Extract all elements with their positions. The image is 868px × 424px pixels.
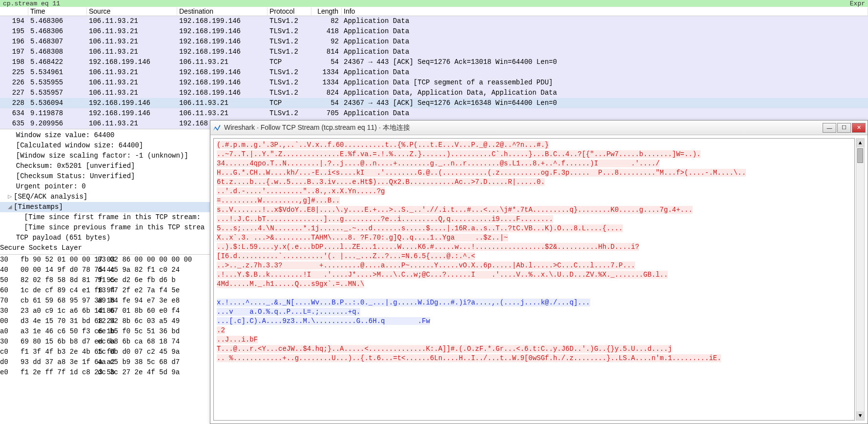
- cell-info: Application Data: [342, 26, 868, 37]
- cell-len: 814: [311, 47, 342, 57]
- cell-dst: 106.11.93.21: [177, 57, 268, 67]
- cell-len: 1334: [311, 78, 342, 88]
- packet-row[interactable]: 1955.468306106.11.93.21192.168.199.146TL…: [0, 26, 868, 37]
- col-header-length[interactable]: Length: [311, 7, 342, 15]
- cell-no: 225: [0, 67, 28, 78]
- expand-icon[interactable]: ▷: [8, 192, 14, 202]
- cell-proto: TLSv1.2: [268, 37, 311, 47]
- packet-row[interactable]: 2255.534961106.11.93.21192.168.199.146TL…: [0, 67, 868, 78]
- scroll-up-icon[interactable]: ▲: [856, 139, 864, 147]
- cell-no: 635: [0, 119, 28, 129]
- cell-dst: 192.168.199.146: [177, 67, 268, 78]
- cell-time: 5.468306: [28, 26, 87, 37]
- col-header-time[interactable]: Time: [28, 7, 87, 15]
- cell-dst: 192.168.199.146: [177, 26, 268, 37]
- follow-stream-dialog: Wireshark · Follow TCP Stream (tcp.strea…: [210, 120, 868, 424]
- cell-src: 106.11.93.21: [87, 88, 177, 98]
- cell-no: 198: [0, 57, 28, 67]
- cell-src: 106.11.93.21: [87, 119, 177, 129]
- cell-dst: 106.11.93.21: [177, 108, 268, 119]
- scroll-thumb[interactable]: [857, 148, 863, 163]
- wireshark-icon: [212, 123, 221, 132]
- cell-src: 106.11.93.21: [87, 47, 177, 57]
- packet-row[interactable]: 1985.468422192.168.199.146106.11.93.21TC…: [0, 57, 868, 67]
- cell-time: 5.468306: [28, 16, 87, 26]
- cell-no: 226: [0, 78, 28, 88]
- window-buttons: — ☐ ✕: [823, 123, 866, 133]
- cell-len: 1334: [311, 67, 342, 78]
- dialog-body: (.#.p.m..g.'.3P.,..`..V.x..f.60.........…: [210, 135, 868, 424]
- packet-row[interactable]: 1945.468306106.11.93.21192.168.199.146TL…: [0, 16, 868, 26]
- cell-time: 5.535955: [28, 78, 87, 88]
- cell-len: 705: [311, 108, 342, 119]
- cell-proto: TCP: [268, 57, 311, 67]
- cell-info: 24367 → 443 [ACK] Seq=1276 Ack=13018 Win…: [342, 57, 868, 67]
- cell-src: 192.168.199.146: [87, 108, 177, 119]
- packet-row[interactable]: 1975.468308106.11.93.21192.168.199.146TL…: [0, 47, 868, 57]
- packet-list: Time Source Destination Protocol Length …: [0, 7, 868, 129]
- cell-no: 195: [0, 26, 28, 37]
- cell-time: 5.535957: [28, 88, 87, 98]
- cell-info: Application Data: [342, 67, 868, 78]
- cell-time: 5.534961: [28, 67, 87, 78]
- cell-src: 192.168.199.146: [87, 98, 177, 108]
- cell-src: 106.11.93.21: [87, 67, 177, 78]
- expand-icon[interactable]: ◢: [8, 202, 14, 212]
- stream-segment: (.#.p.m..g.'.3P.,..`..V.x..f.60.........…: [217, 141, 746, 288]
- packet-row[interactable]: 2285.536094192.168.199.146106.11.93.21TC…: [0, 98, 868, 108]
- filter-bar[interactable]: cp.stream eq 11 Expr: [0, 0, 868, 7]
- cell-dst: 192.168.199.146: [177, 78, 268, 88]
- cell-time: 9.209956: [28, 119, 87, 129]
- cell-no: 227: [0, 88, 28, 98]
- cell-len: 92: [311, 37, 342, 47]
- cell-proto: TLSv1.2: [268, 16, 311, 26]
- close-button[interactable]: ✕: [852, 123, 866, 133]
- cell-len: 54: [311, 98, 342, 108]
- cell-proto: TLSv1.2: [268, 67, 311, 78]
- dialog-titlebar[interactable]: Wireshark · Follow TCP Stream (tcp.strea…: [210, 121, 868, 135]
- stream-content[interactable]: (.#.p.m..g.'.3P.,..`..V.x..f.60.........…: [213, 138, 855, 421]
- col-header-protocol[interactable]: Protocol: [268, 7, 311, 15]
- cell-src: 106.11.93.21: [87, 16, 177, 26]
- cell-src: 106.11.93.21: [87, 26, 177, 37]
- cell-no: 194: [0, 16, 28, 26]
- cell-time: 5.468307: [28, 37, 87, 47]
- packet-row[interactable]: 2275.535957106.11.93.21192.168.199.146TL…: [0, 88, 868, 98]
- cell-proto: TCP: [268, 98, 311, 108]
- packet-row[interactable]: 1965.468307106.11.93.21192.168.199.146TL…: [0, 37, 868, 47]
- col-header-info[interactable]: Info: [342, 7, 868, 15]
- cell-info: Application Data: [342, 16, 868, 26]
- cell-info: Application Data: [342, 108, 868, 119]
- cell-src: 106.11.93.21: [87, 37, 177, 47]
- packet-row[interactable]: 6349.119878192.168.199.146106.11.93.21TL…: [0, 108, 868, 119]
- scroll-down-icon[interactable]: ▼: [856, 411, 864, 420]
- cell-time: 5.468422: [28, 57, 87, 67]
- col-header-source[interactable]: Source: [87, 7, 177, 15]
- filter-right: Expr: [850, 0, 865, 7]
- cell-len: 54: [311, 57, 342, 67]
- cell-src: 106.11.93.21: [87, 78, 177, 88]
- cell-dst: 106.11.93.21: [177, 98, 268, 108]
- cell-src: 192.168.199.146: [87, 57, 177, 67]
- cell-time: 5.468308: [28, 47, 87, 57]
- maximize-button[interactable]: ☐: [837, 123, 851, 133]
- scroll-track[interactable]: [856, 164, 864, 411]
- cell-len: 824: [311, 88, 342, 98]
- cell-no: 228: [0, 98, 28, 108]
- cell-len: 418: [311, 26, 342, 37]
- filter-text: cp.stream eq 11: [3, 0, 60, 7]
- cell-no: 196: [0, 37, 28, 47]
- scrollbar[interactable]: ▲ ▼: [856, 138, 865, 421]
- cell-dst: 192.168.199.146: [177, 37, 268, 47]
- packet-headers[interactable]: Time Source Destination Protocol Length …: [0, 7, 868, 16]
- stream-segment: .2 ..J...i.bF T...@...r.<Y...ceJW..$4.hq…: [217, 326, 721, 362]
- packet-row[interactable]: 2265.535955106.11.93.21192.168.199.146TL…: [0, 78, 868, 88]
- cell-proto: TLSv1.2: [268, 47, 311, 57]
- dialog-title: Wireshark · Follow TCP Stream (tcp.strea…: [224, 123, 823, 132]
- cell-info: Application Data [TCP segment of a reass…: [342, 78, 868, 88]
- col-header-destination[interactable]: Destination: [177, 7, 268, 15]
- cell-info: Application Data: [342, 47, 868, 57]
- stream-segment: x.!....^...._.&._N[....Wv...B.P..:.0._..…: [217, 299, 590, 325]
- col-header-no[interactable]: [0, 7, 28, 15]
- minimize-button[interactable]: —: [823, 123, 836, 133]
